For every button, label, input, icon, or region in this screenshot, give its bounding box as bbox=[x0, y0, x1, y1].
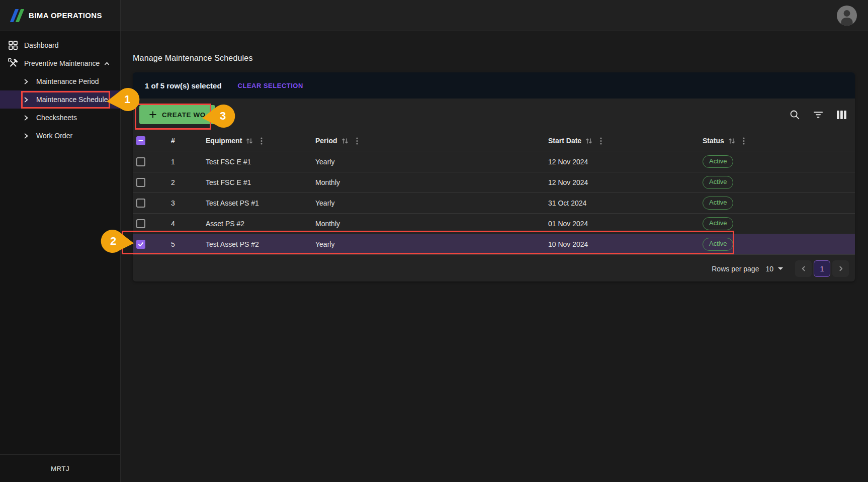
column-label: Status bbox=[703, 137, 724, 145]
cell-period: Monthly bbox=[315, 178, 548, 186]
sidebar-item-dashboard[interactable]: Dashboard bbox=[0, 36, 120, 54]
indeterminate-icon bbox=[138, 138, 144, 144]
create-wo-label: CREATE WO bbox=[162, 111, 206, 119]
sidebar-item-label: Maintenance Schedule bbox=[36, 96, 108, 103]
chevron-right-icon bbox=[838, 265, 844, 272]
cell-period: Monthly bbox=[315, 220, 548, 228]
status-badge: Active bbox=[703, 197, 733, 209]
cell-start-date: 10 Nov 2024 bbox=[548, 240, 703, 248]
sidebar-item-maintenance-period[interactable]: Maintenance Period bbox=[0, 72, 120, 90]
sort-icon[interactable] bbox=[245, 137, 253, 145]
cell-period: Yearly bbox=[315, 199, 548, 207]
clear-selection-button[interactable]: CLEAR SELECTION bbox=[235, 80, 306, 91]
column-menu-icon[interactable] bbox=[743, 137, 745, 145]
column-header-status: Status bbox=[703, 137, 855, 145]
cell-num: 3 bbox=[168, 199, 206, 207]
rows-per-page-select[interactable]: 10 bbox=[765, 265, 783, 273]
column-menu-icon[interactable] bbox=[261, 137, 263, 145]
sidebar-item-maintenance-schedule[interactable]: Maintenance Schedule bbox=[0, 90, 120, 109]
table-row[interactable]: 1 Test FSC E #1 Yearly 12 Nov 2024 Activ… bbox=[133, 151, 855, 172]
sidebar-item-preventive-maintenance[interactable]: Preventive Maintenance bbox=[0, 54, 120, 72]
user-avatar[interactable] bbox=[837, 6, 857, 26]
previous-page-button[interactable] bbox=[795, 260, 812, 277]
cell-equipment: Test FSC E #1 bbox=[206, 158, 315, 166]
person-icon bbox=[837, 6, 857, 26]
select-all-checkbox[interactable] bbox=[136, 136, 145, 145]
table-row[interactable]: 4 Asset PS #2 Monthly 01 Nov 2024 Active bbox=[133, 213, 855, 234]
sidebar-item-label: Preventive Maintenance bbox=[24, 60, 100, 67]
sidebar-footer: MRTJ bbox=[0, 454, 120, 482]
table-header-row: # Equipment Period Start Date Status bbox=[133, 131, 855, 151]
schedules-table-card: 1 of 5 row(s) selected CLEAR SELECTION C… bbox=[133, 72, 855, 281]
cell-start-date: 31 Oct 2024 bbox=[548, 199, 703, 207]
row-checkbox[interactable] bbox=[136, 199, 145, 208]
status-badge: Active bbox=[703, 155, 733, 168]
search-icon[interactable] bbox=[789, 109, 800, 120]
status-badge: Active bbox=[703, 217, 733, 230]
page-title: Manage Maintenance Schedules bbox=[133, 54, 253, 63]
next-page-button[interactable] bbox=[832, 260, 849, 277]
cell-start-date: 01 Nov 2024 bbox=[548, 220, 703, 228]
row-checkbox[interactable] bbox=[136, 157, 145, 166]
cell-num: 1 bbox=[168, 158, 206, 166]
table-body: 1 Test FSC E #1 Yearly 12 Nov 2024 Activ… bbox=[133, 151, 855, 255]
chevron-left-icon bbox=[801, 265, 807, 272]
table-row[interactable]: 2 Test FSC E #1 Monthly 12 Nov 2024 Acti… bbox=[133, 172, 855, 192]
cell-period: Yearly bbox=[315, 158, 548, 166]
rows-per-page-label: Rows per page bbox=[712, 265, 759, 273]
page-1-button[interactable]: 1 bbox=[814, 260, 830, 277]
cell-equipment: Asset PS #2 bbox=[206, 220, 315, 228]
column-header-period: Period bbox=[315, 137, 548, 145]
columns-icon[interactable] bbox=[836, 110, 847, 120]
sort-icon[interactable] bbox=[585, 137, 593, 145]
sidebar: Dashboard Preventive Maintenance Mainten… bbox=[0, 31, 121, 482]
row-checkbox[interactable] bbox=[136, 178, 145, 187]
sort-icon[interactable] bbox=[341, 137, 349, 145]
table-toolbar: CREATE WO bbox=[133, 99, 855, 131]
selection-summary: 1 of 5 row(s) selected bbox=[145, 81, 222, 90]
row-checkbox-checked[interactable] bbox=[136, 240, 145, 249]
cell-equipment: Test FSC E #1 bbox=[206, 178, 315, 186]
selection-bar: 1 of 5 row(s) selected CLEAR SELECTION bbox=[133, 72, 855, 99]
chevron-right-icon bbox=[23, 115, 29, 121]
chevron-right-icon bbox=[23, 97, 29, 103]
column-header-start-date: Start Date bbox=[548, 137, 703, 145]
brand-title: BIMA OPERATIONS bbox=[29, 11, 102, 20]
sort-icon[interactable] bbox=[728, 137, 736, 145]
cell-start-date: 12 Nov 2024 bbox=[548, 158, 703, 166]
column-header-num: # bbox=[168, 137, 206, 145]
chevron-right-icon bbox=[23, 133, 29, 139]
cell-equipment: Test Asset PS #1 bbox=[206, 199, 315, 207]
main-content: Manage Maintenance Schedules 1 of 5 row(… bbox=[121, 31, 868, 482]
sidebar-item-label: Work Order bbox=[36, 132, 72, 139]
table-row[interactable]: 3 Test Asset PS #1 Yearly 31 Oct 2024 Ac… bbox=[133, 192, 855, 213]
column-menu-icon[interactable] bbox=[600, 137, 602, 145]
column-menu-icon[interactable] bbox=[356, 137, 358, 145]
cell-period: Yearly bbox=[315, 240, 548, 248]
column-label: Start Date bbox=[548, 137, 581, 145]
sidebar-item-label: Checksheets bbox=[36, 114, 77, 121]
chevron-up-icon bbox=[104, 60, 110, 67]
row-checkbox[interactable] bbox=[136, 219, 145, 228]
sidebar-item-work-order[interactable]: Work Order bbox=[0, 127, 120, 145]
column-label: Period bbox=[315, 137, 337, 145]
table-row-selected[interactable]: 5 Test Asset PS #2 Yearly 10 Nov 2024 Ac… bbox=[133, 234, 855, 254]
status-badge: Active bbox=[703, 176, 733, 188]
org-label: MRTJ bbox=[51, 465, 69, 472]
cell-start-date: 12 Nov 2024 bbox=[548, 178, 703, 186]
sidebar-nav: Dashboard Preventive Maintenance Mainten… bbox=[0, 31, 120, 145]
cell-num: 2 bbox=[168, 178, 206, 186]
top-bar: BIMA OPERATIONS bbox=[0, 0, 868, 31]
status-badge: Active bbox=[703, 238, 733, 250]
pagination: Rows per page 10 1 bbox=[133, 255, 855, 282]
cell-equipment: Test Asset PS #2 bbox=[206, 240, 315, 248]
cell-num: 4 bbox=[168, 220, 206, 228]
plus-icon bbox=[149, 111, 157, 119]
sidebar-item-label: Dashboard bbox=[24, 42, 59, 49]
sidebar-item-checksheets[interactable]: Checksheets bbox=[0, 109, 120, 127]
create-wo-button[interactable]: CREATE WO bbox=[139, 105, 215, 124]
sidebar-item-label: Maintenance Period bbox=[36, 78, 99, 85]
brand-logo-icon bbox=[13, 9, 22, 22]
filter-icon[interactable] bbox=[813, 109, 824, 120]
dashboard-icon bbox=[8, 40, 18, 50]
